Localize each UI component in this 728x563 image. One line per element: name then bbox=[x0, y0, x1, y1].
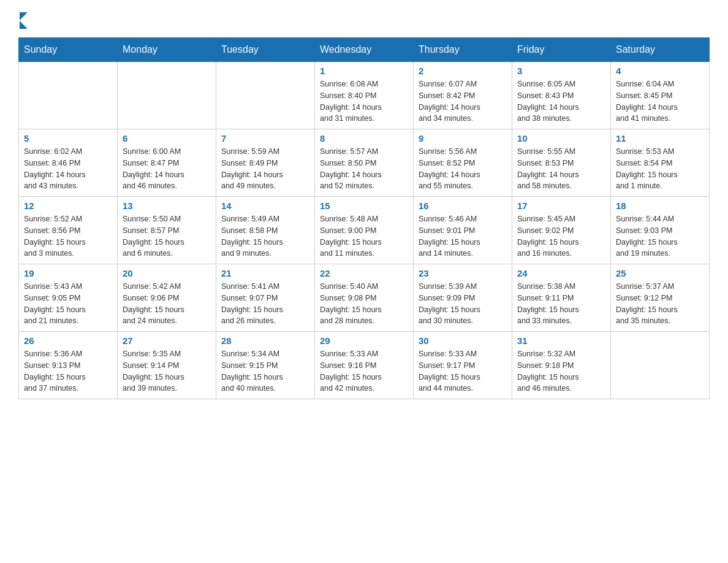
day-number: 24 bbox=[517, 268, 605, 278]
day-info: Sunrise: 5:53 AM Sunset: 8:54 PM Dayligh… bbox=[616, 146, 704, 192]
day-number: 5 bbox=[24, 133, 112, 144]
calendar-cell: 3Sunrise: 6:05 AM Sunset: 8:43 PM Daylig… bbox=[512, 62, 611, 129]
day-number: 23 bbox=[419, 268, 507, 278]
calendar-week-row: 26Sunrise: 5:36 AM Sunset: 9:13 PM Dayli… bbox=[19, 332, 710, 399]
calendar-cell bbox=[118, 62, 216, 129]
day-info: Sunrise: 5:40 AM Sunset: 9:08 PM Dayligh… bbox=[320, 281, 408, 327]
calendar-cell: 20Sunrise: 5:42 AM Sunset: 9:06 PM Dayli… bbox=[118, 264, 216, 332]
calendar-cell bbox=[611, 332, 710, 399]
day-number: 12 bbox=[24, 201, 112, 211]
day-number: 3 bbox=[517, 66, 605, 76]
calendar-cell: 10Sunrise: 5:55 AM Sunset: 8:53 PM Dayli… bbox=[512, 129, 611, 197]
day-number: 14 bbox=[221, 201, 309, 211]
calendar-cell: 23Sunrise: 5:39 AM Sunset: 9:09 PM Dayli… bbox=[414, 264, 512, 332]
calendar-cell: 11Sunrise: 5:53 AM Sunset: 8:54 PM Dayli… bbox=[611, 129, 710, 197]
calendar-cell: 6Sunrise: 6:00 AM Sunset: 8:47 PM Daylig… bbox=[118, 129, 216, 197]
calendar-cell: 25Sunrise: 5:37 AM Sunset: 9:12 PM Dayli… bbox=[611, 264, 710, 332]
calendar-cell: 30Sunrise: 5:33 AM Sunset: 9:17 PM Dayli… bbox=[414, 332, 512, 399]
weekday-header-tuesday: Tuesday bbox=[216, 38, 315, 62]
calendar-cell: 7Sunrise: 5:59 AM Sunset: 8:49 PM Daylig… bbox=[216, 129, 315, 197]
calendar-cell: 13Sunrise: 5:50 AM Sunset: 8:57 PM Dayli… bbox=[118, 197, 216, 264]
day-number: 4 bbox=[616, 66, 704, 76]
day-number: 11 bbox=[616, 133, 704, 144]
day-number: 25 bbox=[616, 268, 704, 278]
day-info: Sunrise: 5:33 AM Sunset: 9:16 PM Dayligh… bbox=[320, 348, 408, 394]
day-number: 29 bbox=[320, 335, 408, 346]
day-info: Sunrise: 5:35 AM Sunset: 9:14 PM Dayligh… bbox=[123, 348, 211, 394]
day-number: 6 bbox=[123, 133, 211, 144]
day-info: Sunrise: 6:00 AM Sunset: 8:47 PM Dayligh… bbox=[123, 146, 211, 192]
day-info: Sunrise: 5:32 AM Sunset: 9:18 PM Dayligh… bbox=[517, 348, 605, 394]
day-info: Sunrise: 6:05 AM Sunset: 8:43 PM Dayligh… bbox=[517, 79, 605, 124]
calendar-week-row: 5Sunrise: 6:02 AM Sunset: 8:46 PM Daylig… bbox=[19, 129, 710, 197]
calendar-cell: 15Sunrise: 5:48 AM Sunset: 9:00 PM Dayli… bbox=[315, 197, 414, 264]
calendar-cell: 5Sunrise: 6:02 AM Sunset: 8:46 PM Daylig… bbox=[19, 129, 118, 197]
calendar-cell: 29Sunrise: 5:33 AM Sunset: 9:16 PM Dayli… bbox=[315, 332, 414, 399]
day-number: 15 bbox=[320, 201, 408, 211]
calendar-cell: 19Sunrise: 5:43 AM Sunset: 9:05 PM Dayli… bbox=[19, 264, 118, 332]
calendar-table: SundayMondayTuesdayWednesdayThursdayFrid… bbox=[18, 37, 710, 399]
day-info: Sunrise: 5:38 AM Sunset: 9:11 PM Dayligh… bbox=[517, 281, 605, 327]
logo bbox=[18, 12, 28, 25]
weekday-header-saturday: Saturday bbox=[611, 38, 710, 62]
calendar-cell: 18Sunrise: 5:44 AM Sunset: 9:03 PM Dayli… bbox=[611, 197, 710, 264]
day-info: Sunrise: 5:56 AM Sunset: 8:52 PM Dayligh… bbox=[419, 146, 507, 192]
day-number: 28 bbox=[221, 335, 309, 346]
calendar-cell: 31Sunrise: 5:32 AM Sunset: 9:18 PM Dayli… bbox=[512, 332, 611, 399]
calendar-cell: 17Sunrise: 5:45 AM Sunset: 9:02 PM Dayli… bbox=[512, 197, 611, 264]
weekday-header-row: SundayMondayTuesdayWednesdayThursdayFrid… bbox=[19, 38, 710, 62]
calendar-week-row: 12Sunrise: 5:52 AM Sunset: 8:56 PM Dayli… bbox=[19, 197, 710, 264]
calendar-cell: 9Sunrise: 5:56 AM Sunset: 8:52 PM Daylig… bbox=[414, 129, 512, 197]
day-info: Sunrise: 5:49 AM Sunset: 8:58 PM Dayligh… bbox=[221, 213, 309, 259]
day-number: 31 bbox=[517, 335, 605, 346]
day-number: 22 bbox=[320, 268, 408, 278]
calendar-cell: 2Sunrise: 6:07 AM Sunset: 8:42 PM Daylig… bbox=[414, 62, 512, 129]
calendar-cell: 28Sunrise: 5:34 AM Sunset: 9:15 PM Dayli… bbox=[216, 332, 315, 399]
calendar-cell: 24Sunrise: 5:38 AM Sunset: 9:11 PM Dayli… bbox=[512, 264, 611, 332]
calendar-cell: 4Sunrise: 6:04 AM Sunset: 8:45 PM Daylig… bbox=[611, 62, 710, 129]
day-info: Sunrise: 5:46 AM Sunset: 9:01 PM Dayligh… bbox=[419, 213, 507, 259]
page-header bbox=[18, 12, 710, 25]
day-number: 2 bbox=[419, 66, 507, 76]
calendar-cell: 26Sunrise: 5:36 AM Sunset: 9:13 PM Dayli… bbox=[19, 332, 118, 399]
day-info: Sunrise: 5:50 AM Sunset: 8:57 PM Dayligh… bbox=[123, 213, 211, 259]
weekday-header-monday: Monday bbox=[118, 38, 216, 62]
day-info: Sunrise: 5:33 AM Sunset: 9:17 PM Dayligh… bbox=[419, 348, 507, 394]
day-info: Sunrise: 5:36 AM Sunset: 9:13 PM Dayligh… bbox=[24, 348, 112, 394]
day-info: Sunrise: 6:08 AM Sunset: 8:40 PM Dayligh… bbox=[320, 79, 408, 124]
day-info: Sunrise: 5:34 AM Sunset: 9:15 PM Dayligh… bbox=[221, 348, 309, 394]
day-number: 1 bbox=[320, 66, 408, 76]
weekday-header-wednesday: Wednesday bbox=[315, 38, 414, 62]
day-info: Sunrise: 5:44 AM Sunset: 9:03 PM Dayligh… bbox=[616, 213, 704, 259]
day-number: 21 bbox=[221, 268, 309, 278]
weekday-header-sunday: Sunday bbox=[19, 38, 118, 62]
day-info: Sunrise: 5:41 AM Sunset: 9:07 PM Dayligh… bbox=[221, 281, 309, 327]
calendar-week-row: 1Sunrise: 6:08 AM Sunset: 8:40 PM Daylig… bbox=[19, 62, 710, 129]
day-number: 13 bbox=[123, 201, 211, 211]
day-number: 18 bbox=[616, 201, 704, 211]
day-info: Sunrise: 5:45 AM Sunset: 9:02 PM Dayligh… bbox=[517, 213, 605, 259]
day-info: Sunrise: 6:07 AM Sunset: 8:42 PM Dayligh… bbox=[419, 79, 507, 124]
calendar-cell bbox=[216, 62, 315, 129]
calendar-cell: 1Sunrise: 6:08 AM Sunset: 8:40 PM Daylig… bbox=[315, 62, 414, 129]
calendar-cell: 22Sunrise: 5:40 AM Sunset: 9:08 PM Dayli… bbox=[315, 264, 414, 332]
day-info: Sunrise: 5:57 AM Sunset: 8:50 PM Dayligh… bbox=[320, 146, 408, 192]
day-info: Sunrise: 5:52 AM Sunset: 8:56 PM Dayligh… bbox=[24, 213, 112, 259]
day-info: Sunrise: 6:02 AM Sunset: 8:46 PM Dayligh… bbox=[24, 146, 112, 192]
day-info: Sunrise: 5:39 AM Sunset: 9:09 PM Dayligh… bbox=[419, 281, 507, 327]
day-info: Sunrise: 5:43 AM Sunset: 9:05 PM Dayligh… bbox=[24, 281, 112, 327]
day-number: 16 bbox=[419, 201, 507, 211]
day-number: 26 bbox=[24, 335, 112, 346]
day-number: 17 bbox=[517, 201, 605, 211]
weekday-header-thursday: Thursday bbox=[414, 38, 512, 62]
day-number: 19 bbox=[24, 268, 112, 278]
calendar-cell: 27Sunrise: 5:35 AM Sunset: 9:14 PM Dayli… bbox=[118, 332, 216, 399]
day-number: 30 bbox=[419, 335, 507, 346]
calendar-cell: 8Sunrise: 5:57 AM Sunset: 8:50 PM Daylig… bbox=[315, 129, 414, 197]
day-number: 7 bbox=[221, 133, 309, 144]
day-info: Sunrise: 5:48 AM Sunset: 9:00 PM Dayligh… bbox=[320, 213, 408, 259]
calendar-cell: 14Sunrise: 5:49 AM Sunset: 8:58 PM Dayli… bbox=[216, 197, 315, 264]
calendar-cell bbox=[19, 62, 118, 129]
weekday-header-friday: Friday bbox=[512, 38, 611, 62]
calendar-week-row: 19Sunrise: 5:43 AM Sunset: 9:05 PM Dayli… bbox=[19, 264, 710, 332]
